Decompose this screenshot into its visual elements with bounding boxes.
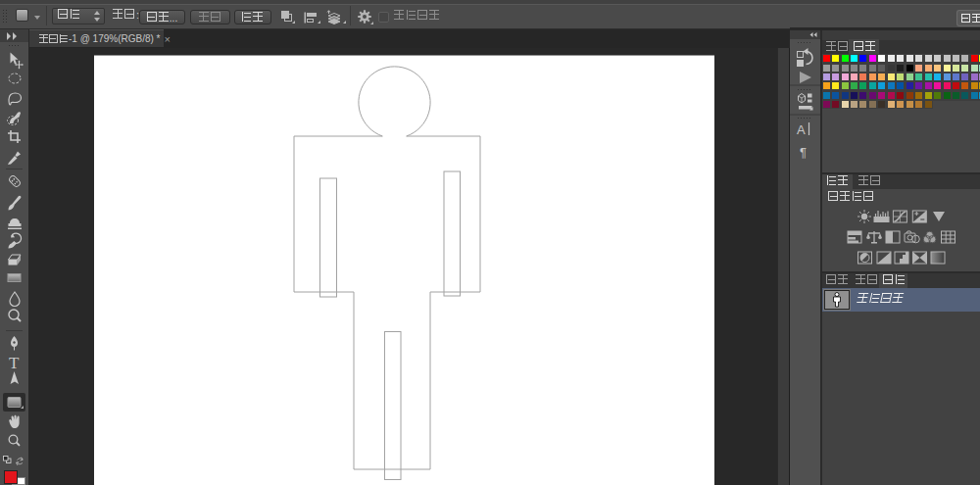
svg-text:T: T	[9, 354, 20, 372]
svg-text:A: A	[797, 122, 806, 137]
svg-text:¶: ¶	[800, 145, 807, 160]
